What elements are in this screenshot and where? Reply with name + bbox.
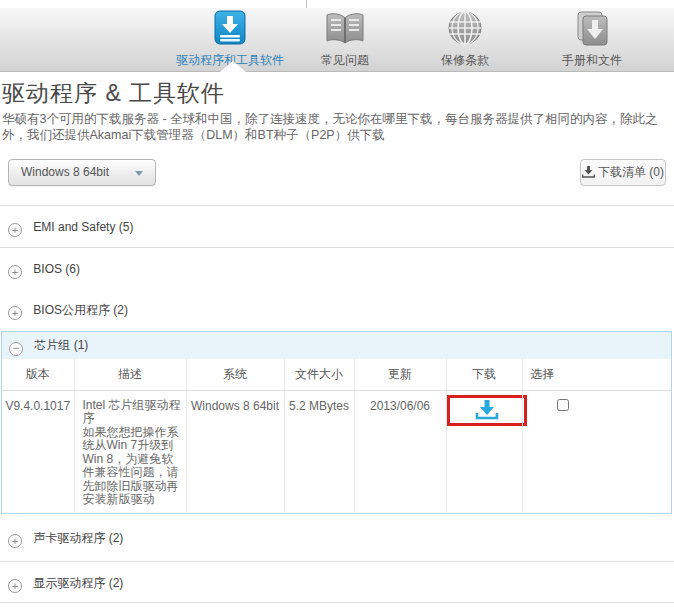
select-cell	[522, 390, 671, 512]
download-arrow-icon[interactable]	[475, 400, 499, 420]
page-title: 驱动程序 & 工具软件	[2, 78, 225, 109]
section-audio-driver[interactable]: + 声卡驱动程序 (2)	[0, 514, 674, 562]
driver-filesize: 5.2 MBytes	[284, 390, 354, 512]
download-list-label: 下载清单 (0)	[598, 165, 664, 179]
tab-faq[interactable]: 常见问题	[280, 10, 410, 70]
col-filesize: 文件大小	[284, 359, 354, 390]
col-download: 下载	[446, 359, 522, 390]
col-version: 版本	[2, 359, 74, 390]
plus-icon: +	[8, 306, 22, 320]
download-tray-icon	[582, 166, 595, 178]
plus-icon: +	[8, 223, 22, 237]
book-icon	[323, 10, 367, 48]
os-select-dropdown[interactable]: Windows 8 64bit	[8, 159, 156, 186]
driver-system: Windows 8 64bit	[186, 390, 284, 512]
top-strip	[0, 0, 674, 8]
table-header-row: 版本 描述 系统 文件大小 更新 下载 选择	[2, 359, 671, 390]
os-select-value: Windows 8 64bit	[21, 165, 109, 179]
chipset-panel: − 芯片组 (1) 版本 描述 系统 文件大小 更新 下载 选择	[1, 331, 672, 514]
download-list-button[interactable]: 下载清单 (0)	[580, 159, 666, 186]
col-description: 描述	[74, 359, 186, 390]
section-label: BIOS (6)	[33, 262, 80, 276]
minus-icon: −	[9, 342, 23, 356]
section-chipset[interactable]: − 芯片组 (1)	[2, 332, 671, 359]
section-bios[interactable]: + BIOS (6)	[0, 248, 674, 290]
col-updated: 更新	[354, 359, 446, 390]
driver-download-page: 驱动程序和工具软件 常见问题	[0, 0, 674, 609]
section-display-driver[interactable]: + 显示驱动程序 (2)	[0, 563, 674, 603]
tab-label: 保修条款	[400, 52, 530, 69]
top-divider-line	[306, 0, 307, 8]
section-bios-utility[interactable]: + BIOS公用程序 (2)	[0, 289, 674, 331]
globe-icon	[443, 10, 487, 48]
download-cell	[446, 390, 522, 512]
section-label: 显示驱动程序 (2)	[33, 576, 123, 590]
select-checkbox[interactable]	[557, 399, 569, 411]
plus-icon: +	[8, 265, 22, 279]
col-system: 系统	[186, 359, 284, 390]
intro-text: 华硕有3个可用的下载服务器 - 全球和中国，除了连接速度，无论你在哪里下载，每台…	[2, 111, 666, 143]
red-highlight-box	[447, 395, 527, 426]
support-tab-bar: 驱动程序和工具软件 常见问题	[0, 8, 674, 72]
download-box-icon	[208, 10, 252, 48]
table-row: V9.4.0.1017 Intel 芯片组驱动程序 如果您想把操作系统从Win …	[2, 390, 671, 512]
col-select: 选择	[522, 359, 671, 390]
section-label: EMI and Safety (5)	[33, 220, 133, 234]
section-label: 芯片组 (1)	[34, 338, 88, 352]
section-emi-and-safety[interactable]: + EMI and Safety (5)	[0, 206, 674, 248]
tab-warranty[interactable]: 保修条款	[400, 10, 530, 70]
download-table: 版本 描述 系统 文件大小 更新 下载 选择 V9.4.0.1017 Intel…	[2, 359, 671, 512]
driver-updated: 2013/06/06	[354, 390, 446, 512]
section-label: 声卡驱动程序 (2)	[33, 531, 123, 545]
tab-label: 常见问题	[280, 52, 410, 69]
plus-icon: +	[8, 534, 22, 548]
driver-version: V9.4.0.1017	[2, 390, 74, 512]
active-tab-notch	[220, 61, 246, 72]
tab-label: 手册和文件	[527, 52, 657, 69]
section-label: BIOS公用程序 (2)	[33, 303, 128, 317]
plus-icon: +	[8, 579, 22, 593]
driver-description: Intel 芯片组驱动程序 如果您想把操作系统从Win 7升级到Win 8，为避…	[74, 390, 186, 512]
caret-down-icon	[135, 171, 143, 176]
tab-manuals[interactable]: 手册和文件	[527, 10, 657, 70]
documents-download-icon	[570, 10, 614, 48]
